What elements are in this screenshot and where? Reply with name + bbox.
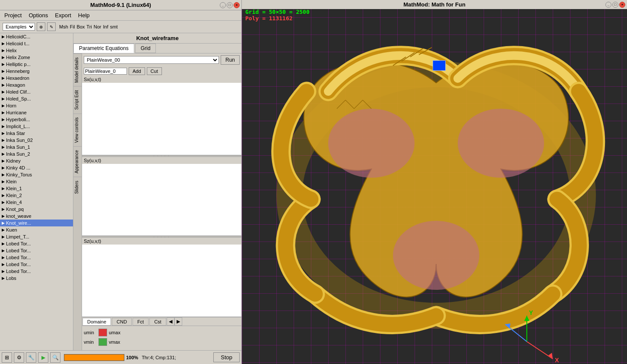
list-item-henneberg[interactable]: ▶Henneberg bbox=[0, 68, 73, 75]
viewport-close[interactable]: × bbox=[619, 2, 625, 8]
nav-prev[interactable]: ◀ bbox=[167, 317, 174, 326]
model-name-input[interactable] bbox=[84, 68, 127, 75]
close-button[interactable]: × bbox=[234, 2, 240, 8]
toolbar-label-box[interactable]: Box bbox=[76, 24, 85, 29]
bottom-tab-domaine[interactable]: Domaine bbox=[82, 318, 111, 326]
panel-title: Knot_wireframe bbox=[73, 33, 241, 44]
list-item-lobedtor2[interactable]: ▶Lobed Tor... bbox=[0, 247, 73, 254]
list-item-hexagon[interactable]: ▶Hexagon bbox=[0, 82, 73, 88]
menu-options[interactable]: Options bbox=[27, 12, 50, 19]
list-item-knotwire[interactable]: ▶Knot_wire... bbox=[0, 220, 73, 226]
side-tab-appearance[interactable]: Appearance bbox=[73, 146, 82, 177]
toolbar-label-fil[interactable]: Fil bbox=[70, 24, 75, 29]
list-item-helixzome[interactable]: ▶Helix Zome bbox=[0, 54, 73, 61]
left-panel: MathMod-9.1 (Linux64) _ □ × Project Opti… bbox=[0, 0, 242, 364]
list-item-lobedtor3[interactable]: ▶Lobed Tor... bbox=[0, 254, 73, 261]
list-item-helicoidct[interactable]: ▶Helicoid t... bbox=[0, 40, 73, 47]
tool-icon-1[interactable]: ⊞ bbox=[2, 352, 12, 363]
toolbar-label-smt[interactable]: smt bbox=[110, 24, 118, 29]
menu-project[interactable]: Project bbox=[3, 12, 23, 19]
bottom-tab-cst[interactable]: Cst bbox=[149, 318, 166, 326]
list-item-hexaedron[interactable]: ▶Hexaedron bbox=[0, 75, 73, 82]
tab-grid[interactable]: Grid bbox=[135, 44, 156, 53]
bottom-tabs: Domaine CND Fct Cst ◀ ▶ bbox=[82, 317, 241, 326]
vmin-color[interactable] bbox=[98, 338, 107, 346]
toolbar: Examples (35₮ ⊕ ✎ Msh Fil Box Tri Nor In… bbox=[0, 21, 241, 33]
toolbar-label-msh[interactable]: Msh bbox=[59, 24, 68, 29]
sy-textarea[interactable] bbox=[82, 164, 241, 236]
model-name-row: Add Cut bbox=[82, 66, 241, 76]
list-item-klein1[interactable]: ▶Klein_1 bbox=[0, 185, 73, 192]
list-item-holedclif[interactable]: ▶Holed Clif... bbox=[0, 88, 73, 95]
list-item-hyperboli[interactable]: ▶Hyperboli... bbox=[0, 116, 73, 123]
stop-button[interactable]: Stop bbox=[213, 352, 240, 362]
tool-icon-search[interactable]: 🔍 bbox=[50, 352, 60, 363]
side-tab-view-controls[interactable]: View controls bbox=[73, 113, 82, 146]
toolbar-label-inf[interactable]: Inf bbox=[103, 24, 108, 29]
viewport-minimize[interactable]: _ bbox=[605, 2, 611, 8]
equations-panel: PlainWeave_00 Run Add Cut bbox=[82, 53, 241, 350]
umin-color[interactable] bbox=[98, 329, 107, 336]
list-item-kidney[interactable]: ▶Kidney bbox=[0, 157, 73, 164]
stat-grid: Grid = 50×50 = 2500 bbox=[245, 9, 310, 15]
sx-textarea[interactable] bbox=[82, 83, 241, 155]
list-item-lobs[interactable]: ▶Lobs bbox=[0, 275, 73, 282]
bottom-toolbar: ⊞ ⚙ 🔧 ▶ 🔍 100% Thr:4; Cmp:131; Stop bbox=[0, 350, 241, 364]
list-item-klein[interactable]: ▶Klein bbox=[0, 178, 73, 185]
maximize-button[interactable]: □ bbox=[227, 2, 233, 8]
list-item-knotweave[interactable]: ▶knot_weave bbox=[0, 213, 73, 220]
viewport-maximize[interactable]: □ bbox=[612, 2, 618, 8]
cut-button[interactable]: Cut bbox=[147, 67, 162, 75]
toolbar-icon-2[interactable]: ✎ bbox=[47, 22, 56, 31]
tool-icon-2[interactable]: ⚙ bbox=[14, 352, 24, 363]
examples-dropdown[interactable]: Examples (35₮ bbox=[3, 23, 35, 31]
list-item-implicitl[interactable]: ▶Implicit_L... bbox=[0, 123, 73, 130]
tab-parametric[interactable]: Parametric Equations bbox=[73, 44, 134, 53]
list-item-klein2[interactable]: ▶Klein_2 bbox=[0, 192, 73, 199]
list-item-hurricane[interactable]: ▶Hurricane bbox=[0, 109, 73, 116]
minimize-button[interactable]: _ bbox=[220, 2, 226, 8]
tool-icon-3[interactable]: 🔧 bbox=[26, 352, 36, 363]
list-item-limpett[interactable]: ▶Limpet_T... bbox=[0, 233, 73, 240]
sz-label: Sz(u,v,t) bbox=[82, 238, 241, 245]
viewport-3d[interactable]: X Y bbox=[242, 0, 627, 364]
list-item-knotpq[interactable]: ▶Knot_pq bbox=[0, 206, 73, 213]
toolbar-icon-1[interactable]: ⊕ bbox=[37, 22, 45, 31]
list-item-lobedtor5[interactable]: ▶Lobed Tor... bbox=[0, 268, 73, 275]
content-area: ▶HelicoidC... ▶Helicoid t... ▶Helix ▶Hel… bbox=[0, 33, 241, 350]
list-item-lobedtor1[interactable]: ▶Lobed Tor... bbox=[0, 240, 73, 247]
menu-bar: Project Options Export Help bbox=[0, 10, 241, 21]
toolbar-label-tri[interactable]: Tri bbox=[86, 24, 92, 29]
model-select-row: PlainWeave_00 Run bbox=[82, 53, 241, 66]
sz-textarea[interactable] bbox=[82, 245, 241, 317]
list-item-inkastar[interactable]: ▶Inka Star bbox=[0, 130, 73, 137]
list-item-helix[interactable]: ▶Helix bbox=[0, 47, 73, 54]
toolbar-label-nor[interactable]: Nor bbox=[94, 24, 101, 29]
run-button[interactable]: Run bbox=[221, 55, 240, 65]
bottom-tab-fct[interactable]: Fct bbox=[133, 318, 149, 326]
list-item-inkasun1[interactable]: ▶Inka Sun_1 bbox=[0, 144, 73, 151]
bottom-tab-cnd[interactable]: CND bbox=[112, 318, 132, 326]
list-item-kinky4d[interactable]: ▶Kinky 4D ... bbox=[0, 164, 73, 171]
list-item-klein4[interactable]: ▶Klein_4 bbox=[0, 199, 73, 206]
side-tab-sliders[interactable]: Sliders bbox=[73, 177, 82, 198]
add-button[interactable]: Add bbox=[129, 67, 145, 75]
list-item-lobedtor4[interactable]: ▶Lobed Tor... bbox=[0, 261, 73, 268]
tool-icon-play[interactable]: ▶ bbox=[38, 352, 48, 363]
list-item-kinkytorus[interactable]: ▶Kinky_Torus bbox=[0, 171, 73, 178]
list-item-helliptic[interactable]: ▶Helliptic p... bbox=[0, 61, 73, 68]
list-item-inkasun02[interactable]: ▶Inka Sun_02 bbox=[0, 137, 73, 144]
menu-export[interactable]: Export bbox=[53, 12, 73, 19]
right-panel: MathMod: Math for Fun _ □ × Grid = 50×50… bbox=[242, 0, 627, 364]
nav-next[interactable]: ▶ bbox=[174, 317, 182, 326]
list-item-horn[interactable]: ▶Horn bbox=[0, 102, 73, 109]
viewport-title-bar: MathMod: Math for Fun _ □ × bbox=[242, 0, 627, 9]
side-tab-model-details[interactable]: Model details bbox=[73, 53, 82, 86]
list-item-kuen[interactable]: ▶Kuen bbox=[0, 226, 73, 233]
list-item-helicoidc[interactable]: ▶HelicoidC... bbox=[0, 33, 73, 40]
menu-help[interactable]: Help bbox=[76, 12, 92, 19]
list-item-inkasun2[interactable]: ▶Inka Sun_2 bbox=[0, 151, 73, 157]
model-dropdown[interactable]: PlainWeave_00 bbox=[84, 56, 219, 64]
list-item-holedsp[interactable]: ▶Holed_Sp... bbox=[0, 95, 73, 102]
side-tab-script-edit[interactable]: Script Edit bbox=[73, 86, 82, 113]
